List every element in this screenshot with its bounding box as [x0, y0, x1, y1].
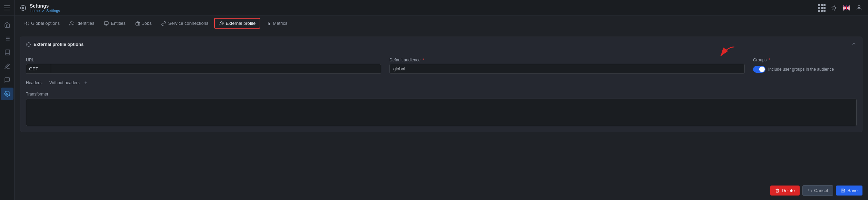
sidebar-nav	[0, 16, 14, 100]
main-area: Settings Home > Settings	[15, 0, 868, 200]
headers-value: Without headers	[49, 80, 79, 85]
breadcrumb: Home > Settings	[30, 9, 60, 13]
tab-identities[interactable]: Identities	[65, 19, 98, 28]
form-body: URL GET POST PUT PATCH DELETE	[20, 52, 862, 132]
breadcrumb-current: Settings	[46, 9, 60, 13]
external-profile-card: External profile options URL	[20, 37, 862, 132]
transformer-label: Transformer	[26, 92, 857, 97]
svg-line-14	[832, 6, 832, 6]
transformer-input[interactable]	[26, 99, 857, 126]
groups-required-marker: *	[767, 58, 770, 62]
trash-icon	[775, 188, 780, 193]
card-collapse-button[interactable]	[851, 41, 857, 48]
back-icon	[808, 188, 812, 193]
svg-line-18	[832, 9, 832, 10]
card-title: External profile options	[26, 42, 84, 47]
groups-label: Groups *	[753, 58, 857, 62]
audience-label: Default audience *	[389, 58, 745, 62]
tab-entities[interactable]: Entities	[100, 19, 130, 28]
footer-bar: Delete Cancel Save	[15, 181, 868, 200]
sliders-icon	[24, 21, 29, 26]
headers-row: Headers: Without headers +	[26, 79, 857, 86]
svg-rect-35	[136, 22, 140, 25]
tab-service-connections-label: Service connections	[168, 21, 208, 26]
form-group-groups: Groups * Include user groups in the audi…	[753, 58, 857, 73]
identities-icon	[69, 21, 74, 26]
svg-point-11	[833, 7, 836, 9]
svg-point-9	[6, 93, 8, 95]
audience-input[interactable]	[389, 64, 745, 74]
svg-point-21	[858, 6, 860, 8]
sidebar-home[interactable]	[1, 19, 13, 31]
topbar: Settings Home > Settings	[15, 0, 868, 16]
url-label: URL	[26, 58, 381, 62]
breadcrumb-home[interactable]: Home	[30, 9, 40, 13]
headers-label: Headers:	[26, 80, 47, 85]
method-select[interactable]: GET POST PUT PATCH DELETE	[26, 64, 51, 74]
tab-entities-label: Entities	[111, 21, 126, 26]
sidebar-settings[interactable]	[1, 88, 13, 100]
page-title: Settings	[30, 3, 60, 9]
url-input-group: GET POST PUT PATCH DELETE	[26, 64, 381, 74]
sidebar-book[interactable]	[1, 46, 13, 59]
icon-bar	[0, 0, 15, 200]
sidebar-list[interactable]	[1, 32, 13, 45]
sidebar-edit[interactable]	[1, 60, 13, 72]
external-profile-icon	[219, 21, 224, 26]
topbar-right	[818, 4, 862, 11]
nav-tabs: Global options Identities Entities	[15, 16, 868, 31]
tab-metrics-label: Metrics	[273, 21, 287, 26]
svg-line-15	[836, 9, 836, 10]
card-gear-icon	[26, 42, 31, 47]
svg-rect-2	[4, 10, 10, 10]
entities-icon	[104, 21, 109, 26]
tab-external-profile[interactable]: External profile	[214, 18, 261, 29]
svg-rect-0	[4, 6, 10, 6]
svg-point-36	[220, 21, 222, 23]
groups-toggle[interactable]	[753, 66, 765, 73]
breadcrumb-separator: >	[42, 9, 44, 13]
svg-line-19	[836, 6, 836, 6]
groups-toggle-group: Include user groups in the audience	[753, 66, 857, 73]
theme-icon[interactable]	[831, 4, 838, 11]
transformer-section: Transformer	[26, 92, 857, 126]
tab-jobs-label: Jobs	[142, 21, 152, 26]
svg-point-42	[28, 44, 29, 45]
sidebar-chat[interactable]	[1, 74, 13, 86]
svg-point-10	[22, 7, 24, 9]
save-icon	[841, 188, 845, 193]
tab-identities-label: Identities	[76, 21, 94, 26]
tab-service-connections[interactable]: Service connections	[157, 19, 212, 28]
service-connections-icon	[161, 21, 166, 26]
url-input[interactable]	[51, 64, 381, 74]
apps-icon[interactable]	[818, 4, 825, 11]
delete-button[interactable]: Delete	[770, 186, 800, 196]
svg-point-31	[70, 21, 72, 23]
tab-global-options-label: Global options	[31, 21, 60, 26]
gear-icon	[20, 5, 26, 11]
tab-external-profile-label: External profile	[226, 21, 256, 26]
metrics-icon	[266, 21, 271, 26]
topbar-left: Settings Home > Settings	[20, 3, 60, 13]
form-group-audience: Default audience *	[389, 58, 745, 74]
cancel-button[interactable]: Cancel	[802, 185, 833, 196]
content-area: External profile options URL	[15, 31, 868, 181]
form-row-url: URL GET POST PUT PATCH DELETE	[26, 58, 857, 74]
card-header: External profile options	[20, 37, 862, 52]
user-avatar-icon[interactable]	[856, 4, 862, 11]
svg-rect-32	[104, 21, 108, 24]
hamburger-menu[interactable]	[0, 0, 14, 16]
audience-required-marker: *	[421, 58, 424, 62]
language-flag-icon[interactable]	[843, 4, 850, 11]
save-button[interactable]: Save	[836, 186, 862, 196]
form-group-url: URL GET POST PUT PATCH DELETE	[26, 58, 381, 74]
tab-global-options[interactable]: Global options	[20, 19, 64, 28]
topbar-title-group: Settings Home > Settings	[30, 3, 60, 13]
groups-toggle-label: Include user groups in the audience	[768, 67, 834, 72]
svg-rect-1	[4, 8, 10, 8]
tab-metrics[interactable]: Metrics	[262, 19, 291, 28]
card-title-text: External profile options	[33, 42, 84, 47]
jobs-icon	[135, 21, 140, 26]
add-header-button[interactable]: +	[82, 79, 89, 86]
tab-jobs[interactable]: Jobs	[131, 19, 156, 28]
